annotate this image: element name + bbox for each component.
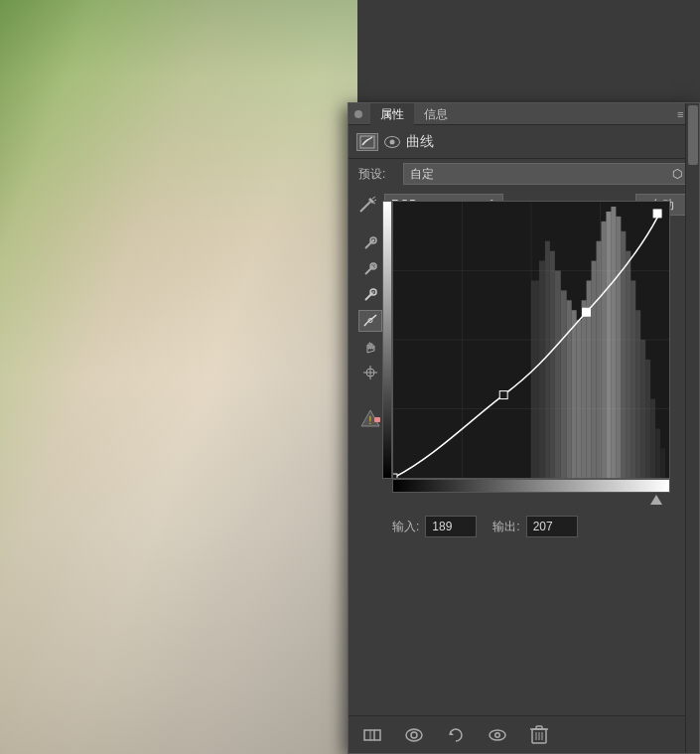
adjustment-type-icon [356, 133, 378, 151]
curves-display[interactable] [392, 201, 670, 479]
svg-line-5 [373, 203, 375, 204]
preset-arrow-icon: ⬡ [672, 167, 682, 181]
svg-rect-37 [582, 300, 587, 478]
svg-rect-48 [635, 310, 640, 478]
tools-column: ! [358, 232, 382, 429]
gradient-handle-area [392, 493, 670, 507]
svg-rect-56 [583, 308, 591, 316]
horizontal-gradient-bar [392, 479, 670, 493]
bottom-toolbar [349, 715, 699, 753]
svg-line-3 [372, 197, 375, 199]
vertical-gradient-bar [382, 201, 392, 479]
gradient-slider-handle[interactable] [650, 495, 662, 505]
svg-rect-46 [626, 251, 630, 478]
eyedropper-gray-tool[interactable] [358, 284, 382, 306]
svg-rect-53 [660, 448, 665, 478]
svg-rect-58 [364, 730, 374, 740]
input-output-row: 输入: 189 输出: 207 [392, 516, 578, 537]
svg-rect-28 [531, 280, 539, 478]
output-label: 输出: [492, 519, 519, 535]
wand-icon [358, 196, 376, 214]
svg-point-64 [496, 733, 499, 736]
svg-point-60 [411, 732, 417, 738]
svg-rect-43 [611, 207, 616, 478]
svg-rect-30 [545, 241, 550, 478]
svg-rect-67 [536, 726, 542, 729]
curves-svg [393, 202, 669, 478]
properties-panel: 属性 信息 ≡ » 曲线 预设: 自定 ⬡ [348, 102, 700, 754]
eye-open-icon[interactable] [402, 723, 426, 747]
layer-visibility-icon[interactable] [384, 136, 400, 148]
input-group: 输入: 189 [392, 516, 477, 537]
svg-rect-32 [555, 271, 561, 479]
reset-icon[interactable] [444, 723, 468, 747]
photo-image [0, 0, 357, 754]
output-value[interactable]: 207 [526, 516, 578, 537]
hand-tool[interactable] [358, 336, 382, 358]
svg-rect-57 [653, 210, 661, 218]
svg-rect-52 [655, 428, 660, 478]
svg-rect-21 [374, 417, 380, 422]
svg-rect-42 [606, 212, 611, 478]
svg-rect-55 [499, 391, 507, 399]
panel-title: 曲线 [406, 133, 434, 151]
panel-header: 曲线 [349, 125, 699, 159]
svg-rect-34 [567, 300, 572, 478]
output-group: 输出: 207 [492, 516, 577, 537]
preset-select[interactable]: 自定 ⬡ [403, 163, 689, 185]
svg-rect-35 [572, 310, 577, 478]
sample-tool[interactable] [358, 362, 382, 383]
tab-info[interactable]: 信息 [414, 103, 458, 125]
svg-point-14 [372, 291, 375, 294]
svg-rect-29 [539, 261, 545, 478]
panel-titlebar: 属性 信息 ≡ » [349, 103, 699, 125]
svg-text:!: ! [369, 415, 372, 426]
clip-shadows-icon[interactable] [360, 723, 384, 747]
svg-line-12 [365, 292, 373, 300]
svg-line-1 [360, 202, 370, 212]
input-value[interactable]: 189 [425, 516, 477, 537]
tab-properties[interactable]: 属性 [370, 103, 414, 125]
svg-line-6 [365, 240, 373, 248]
svg-rect-36 [577, 320, 582, 478]
svg-point-8 [372, 239, 375, 242]
preset-label: 预设: [358, 166, 393, 183]
trash-icon[interactable] [527, 723, 551, 747]
scrollbar[interactable] [685, 103, 699, 753]
svg-rect-50 [645, 360, 650, 478]
svg-rect-49 [640, 340, 645, 478]
svg-rect-40 [597, 241, 602, 478]
eye-closed-icon[interactable] [486, 723, 509, 747]
svg-rect-54 [393, 474, 397, 478]
svg-line-4 [374, 200, 376, 201]
svg-rect-41 [601, 222, 606, 478]
svg-rect-44 [616, 217, 621, 478]
eyedropper-white-tool[interactable] [358, 258, 382, 280]
panel-tabs: 属性 信息 [370, 103, 677, 125]
svg-rect-33 [561, 290, 567, 478]
curve-pen-tool[interactable] [358, 310, 382, 332]
svg-rect-47 [630, 280, 635, 478]
photo-background [0, 0, 357, 754]
svg-rect-51 [650, 399, 655, 478]
preset-row: 预设: 自定 ⬡ [349, 159, 699, 189]
eyedropper-black-tool[interactable] [358, 232, 382, 254]
panel-menu-button[interactable]: ≡ [677, 108, 683, 120]
scrollbar-thumb[interactable] [688, 105, 698, 165]
close-button[interactable] [354, 110, 362, 118]
svg-rect-31 [550, 251, 555, 478]
svg-rect-39 [592, 261, 597, 478]
input-label: 输入: [392, 519, 419, 535]
warning-icon: ! [358, 407, 382, 429]
